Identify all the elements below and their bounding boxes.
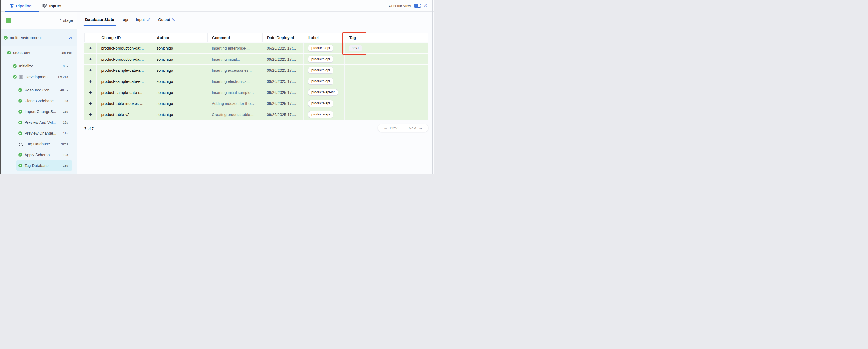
console-view-toggle[interactable]	[413, 3, 421, 8]
tab-pipeline[interactable]: Pipeline	[6, 0, 35, 11]
console-view-info-icon[interactable]	[424, 4, 427, 7]
stage-status-square[interactable]	[6, 18, 11, 23]
cell-comment: Inserting enterprise-...	[208, 43, 262, 53]
cell-author: sonichigo	[152, 54, 208, 64]
tab-output[interactable]: Output	[158, 17, 175, 26]
cell-author: sonichigo	[152, 65, 208, 76]
col-label: Label	[304, 33, 345, 42]
table-row: + product-sample-data-e... sonichigo Ins…	[84, 76, 428, 87]
tab-label: Database State	[85, 17, 114, 22]
expand-row-button[interactable]: +	[84, 43, 97, 53]
scrollbar-track[interactable]	[432, 0, 433, 175]
check-success-icon	[18, 99, 22, 103]
expand-row-button[interactable]: +	[84, 87, 97, 98]
left-arrow-icon: ←	[383, 126, 388, 130]
cell-tag-empty	[345, 54, 428, 64]
cell-tag-empty	[345, 76, 428, 87]
cell-tag-empty	[345, 65, 428, 76]
rollback-steps-icon	[18, 142, 24, 146]
tab-input[interactable]: Input	[136, 17, 150, 26]
stage-group-multi-environment[interactable]: multi-environment	[0, 29, 76, 46]
cell-comment: Inserting initial sample...	[208, 87, 262, 98]
step-label: Development	[26, 75, 49, 79]
step-label: Import ChangeS...	[25, 110, 56, 114]
expand-row-button[interactable]: +	[84, 65, 97, 76]
stage-summary-header: 1 stage	[0, 11, 76, 29]
step-duration: 70ms	[58, 142, 68, 146]
step-apply-schema[interactable]: Apply Schema 16s	[0, 149, 76, 160]
chevron-up-icon[interactable]	[68, 36, 73, 39]
next-label: Next	[409, 126, 416, 130]
next-button[interactable]: Next →	[403, 124, 428, 132]
cell-comment: Creating product table...	[208, 109, 262, 120]
col-change-id: Change ID	[97, 33, 153, 42]
step-label: Preview And Val...	[25, 120, 56, 125]
step-cross-env[interactable]: cross-env 1m 56s	[0, 47, 76, 58]
step-clone-codebase[interactable]: Clone Codebase 8s	[0, 95, 76, 106]
cell-author: sonichigo	[152, 76, 208, 87]
cell-author: sonichigo	[152, 98, 208, 109]
cell-date: 06/26/2025 17:...	[262, 98, 304, 109]
output-info-icon[interactable]	[172, 18, 175, 21]
check-success-icon	[4, 36, 7, 40]
tab-inputs-label: Inputs	[49, 3, 61, 8]
pipeline-execution-window: Pipeline Inputs Console View	[0, 0, 434, 175]
label-chip: products-api	[308, 56, 333, 63]
matrix-stage-icon	[19, 75, 23, 79]
cell-date: 06/26/2025 17:...	[262, 76, 304, 87]
check-success-icon	[7, 51, 11, 55]
step-tag-database-selected[interactable]: Tag Database 15s	[0, 160, 76, 171]
check-success-icon	[13, 64, 17, 68]
step-label: Resource Con...	[25, 88, 53, 92]
tab-database-state[interactable]: Database State	[85, 17, 114, 26]
col-date-deployed: Date Deployed	[263, 33, 304, 42]
row-count-label: 7 of 7	[84, 126, 94, 131]
details-tab-bar: Database State Logs Input Output	[77, 11, 434, 26]
step-label: cross-env	[13, 51, 30, 55]
database-state-table: Change ID Author Comment Date Deployed L…	[84, 33, 428, 120]
cell-date: 06/26/2025 17:...	[262, 43, 304, 53]
step-tag-database-group[interactable]: Tag Database ... 70ms	[0, 139, 76, 149]
tab-inputs[interactable]: Inputs	[39, 0, 65, 11]
col-author: Author	[153, 33, 208, 42]
expand-row-button[interactable]: +	[84, 98, 97, 109]
cell-comment: Adding indexes for the...	[208, 98, 262, 109]
step-duration: 48ms	[58, 88, 68, 92]
stage-group-label: multi-environment	[10, 35, 42, 40]
step-development[interactable]: Development 1m 21s	[0, 71, 76, 82]
step-label: Tag Database ...	[26, 142, 54, 146]
right-arrow-icon: →	[419, 126, 423, 130]
tab-label: Input	[136, 17, 145, 22]
step-duration: 35s	[61, 64, 68, 68]
check-success-icon	[18, 121, 22, 124]
expand-row-button[interactable]: +	[84, 76, 97, 87]
cell-comment: Inserting accessories...	[208, 65, 262, 76]
step-duration: 15s	[61, 121, 68, 124]
step-duration: 8s	[62, 99, 68, 103]
expand-row-button[interactable]: +	[84, 109, 97, 120]
execution-sidebar: 1 stage multi-environment cross-env 1m 5…	[0, 11, 76, 175]
label-chip: products-api	[308, 100, 333, 107]
cell-change-id: product-table-v2	[97, 109, 153, 120]
console-view-control: Console View	[389, 3, 427, 8]
prev-button[interactable]: ← Prev	[378, 124, 403, 132]
table-row: + product-sample-data-i... sonichigo Ins…	[84, 87, 428, 98]
stage-count-label: 1 stage	[60, 18, 73, 23]
step-preview-changes[interactable]: Preview Change... 11s	[0, 128, 76, 139]
window-left-edge	[0, 0, 1, 175]
expand-row-button[interactable]: +	[84, 54, 97, 64]
prev-label: Prev	[390, 126, 397, 130]
tab-logs[interactable]: Logs	[121, 17, 130, 26]
step-preview-and-validate[interactable]: Preview And Val... 15s	[0, 117, 76, 128]
table-row: + product-production-dat... sonichigo In…	[84, 54, 428, 64]
step-initialize[interactable]: Initialize 35s	[0, 61, 76, 71]
active-tab-underline	[5, 10, 38, 11]
cell-change-id: product-table-indexes-...	[97, 98, 153, 109]
cell-date: 06/26/2025 17:...	[262, 54, 304, 64]
col-tag: Tag	[345, 33, 429, 42]
step-import-changesets[interactable]: Import ChangeS... 16s	[0, 106, 76, 117]
step-resource-constraint[interactable]: Resource Con... 48ms	[0, 85, 76, 95]
input-info-icon[interactable]	[147, 18, 150, 21]
check-success-icon	[18, 132, 22, 135]
cell-comment: Inserting electronics...	[208, 76, 262, 87]
